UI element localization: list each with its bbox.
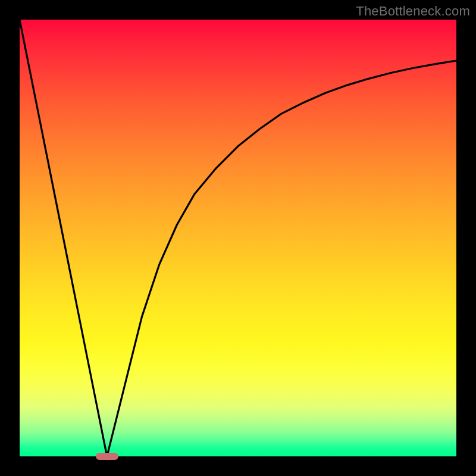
chart-frame: TheBottleneck.com bbox=[0, 0, 476, 476]
bottleneck-curve bbox=[20, 20, 456, 456]
optimal-marker bbox=[96, 453, 118, 460]
curve-svg bbox=[20, 20, 456, 456]
watermark-text: TheBottleneck.com bbox=[356, 4, 470, 19]
plot-area bbox=[20, 20, 456, 456]
